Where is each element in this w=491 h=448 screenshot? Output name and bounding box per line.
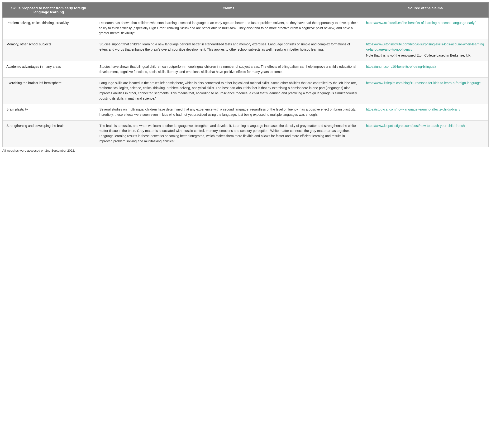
claim-cell: 'Language skills are located in the brai… <box>95 78 362 104</box>
footer-note: All websites were accessed on 2nd Septem… <box>2 149 489 152</box>
source-link[interactable]: https://www.oxfordclil.es/the-benefits-o… <box>366 21 476 25</box>
source-link[interactable]: https://www.etoninstitute.com/blog/6-sur… <box>366 42 484 51</box>
table-row: Problem solving, critical thinking, crea… <box>3 18 489 39</box>
source-link[interactable]: https://www.littlepim.com/blog/10-reason… <box>366 81 481 85</box>
source-cell: https://www.oxfordclil.es/the-benefits-o… <box>362 18 489 39</box>
skill-cell: Brain plasticity <box>3 104 95 120</box>
header-skills: Skills proposed to benefit from early fo… <box>3 3 95 18</box>
header-claims: Claims <box>95 3 362 18</box>
source-cell: https://unuhi.com/10-benefits-of-being-b… <box>362 61 489 78</box>
table-row: Exercising the brain's left hemisphere'L… <box>3 78 489 104</box>
claim-cell: 'Several studies on multilingual childre… <box>95 104 362 120</box>
skill-cell: Academic advantages in many areas <box>3 61 95 78</box>
table-row: Strengthening and developing the brain'T… <box>3 120 489 147</box>
source-link[interactable]: https://studycat.com/how-language-learni… <box>366 107 460 111</box>
main-table: Skills proposed to benefit from early fo… <box>2 2 489 147</box>
table-row: Brain plasticity'Several studies on mult… <box>3 104 489 120</box>
source-cell: https://www.lespetitstigres.com/post/how… <box>362 120 489 147</box>
table-row: Academic advantages in many areas'Studie… <box>3 61 489 78</box>
source-cell: https://studycat.com/how-language-learni… <box>362 104 489 120</box>
claim-cell: 'Studies support that children learning … <box>95 39 362 61</box>
claim-cell: 'Research has shown that children who st… <box>95 18 362 39</box>
table-row: Memory, other school subjects'Studies su… <box>3 39 489 61</box>
source-cell: https://www.etoninstitute.com/blog/6-sur… <box>362 39 489 61</box>
skill-cell: Problem solving, critical thinking, crea… <box>3 18 95 39</box>
claim-cell: 'Studies have shown that bilingual child… <box>95 61 362 78</box>
claim-cell: 'The brain is a muscle, and when we lear… <box>95 120 362 147</box>
skill-cell: Strengthening and developing the brain <box>3 120 95 147</box>
source-link[interactable]: https://unuhi.com/10-benefits-of-being-b… <box>366 65 436 68</box>
source-link[interactable]: https://www.lespetitstigres.com/post/how… <box>366 124 465 128</box>
skill-cell: Exercising the brain's left hemisphere <box>3 78 95 104</box>
skill-cell: Memory, other school subjects <box>3 39 95 61</box>
header-source: Source of the claims <box>362 3 489 18</box>
source-cell: https://www.littlepim.com/blog/10-reason… <box>362 78 489 104</box>
